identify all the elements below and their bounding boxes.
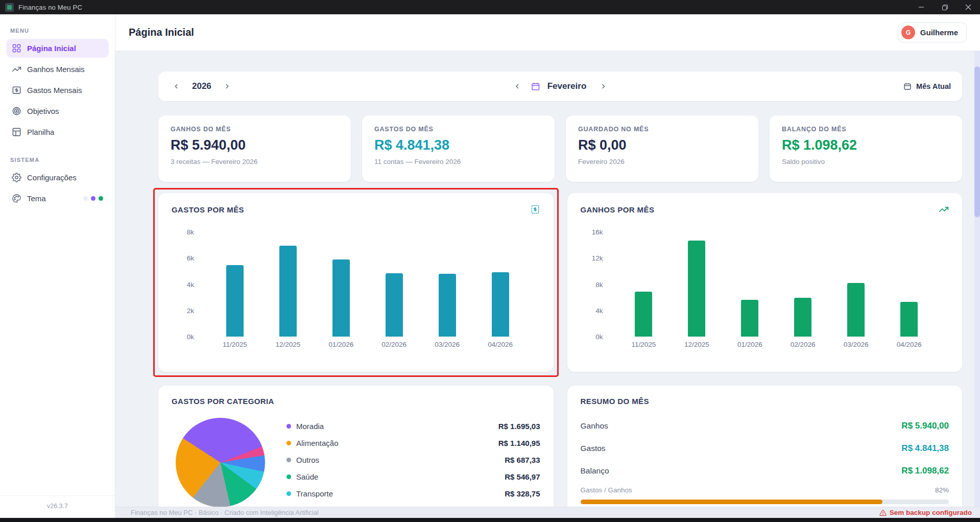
dashboard-grid-icon	[12, 43, 21, 53]
spreadsheet-icon	[12, 127, 21, 137]
user-name: Guilherme	[920, 28, 958, 37]
ratio-label: Gastos / Ganhos	[581, 486, 632, 494]
stat-card-balanco: BALANÇO DO MÊS R$ 1.098,62 Saldo positiv…	[770, 115, 962, 182]
sidebar-section-sistema: SISTEMA	[0, 157, 115, 163]
sidebar-item-label: Ganhos Mensais	[27, 65, 85, 74]
bar-slot	[776, 232, 829, 337]
stat-label: BALANÇO DO MÊS	[782, 126, 950, 133]
current-month-button[interactable]: Mês Atual	[903, 82, 951, 90]
x-tick-label: 12/2025	[261, 341, 315, 348]
restore-button[interactable]	[933, 0, 957, 14]
y-tick-label: 12k	[592, 254, 603, 262]
card-resumo-do-mes: RESUMO DO MÊS Ganhos R$ 5.940,00 Gastos …	[567, 386, 963, 514]
x-tick-label: 11/2025	[617, 341, 671, 348]
previous-month-button[interactable]	[511, 80, 524, 93]
bar-slot	[261, 232, 315, 337]
sidebar: MENU Página Inicial Ganhos Mensais	[0, 14, 115, 518]
stat-value: R$ 0,00	[578, 137, 746, 153]
chart-gastos-por-mes: GASTOS POR MÊS 8k6k4k2k0k 11/202512/2025…	[158, 193, 554, 372]
previous-year-button[interactable]	[170, 80, 183, 93]
theme-dot-green[interactable]	[99, 196, 103, 201]
sidebar-item-tema[interactable]: Tema	[6, 189, 109, 208]
close-button[interactable]	[957, 0, 980, 14]
x-tick-label: 11/2025	[208, 341, 261, 348]
backup-warning[interactable]: Sem backup configurado	[879, 509, 972, 516]
year-selector: 2026	[170, 80, 234, 93]
y-tick-label: 8k	[595, 280, 603, 288]
bars	[610, 232, 943, 337]
next-year-button[interactable]	[221, 80, 234, 93]
legend-label: Outros	[296, 456, 319, 464]
bar-slot	[368, 232, 421, 337]
sidebar-system-list: Configurações Tema	[0, 168, 115, 210]
scrollbar-track[interactable]	[974, 51, 980, 507]
target-icon	[12, 106, 21, 116]
stat-value: R$ 4.841,38	[374, 137, 542, 153]
bar-12/2025	[688, 241, 705, 337]
legend-value: R$ 1.695,03	[498, 422, 540, 431]
page-title: Página Inicial	[129, 27, 194, 38]
sidebar-item-pagina-inicial[interactable]: Página Inicial	[6, 39, 109, 58]
sidebar-menu-list: Página Inicial Ganhos Mensais Gastos Men…	[0, 39, 115, 144]
calendar-icon	[903, 82, 912, 90]
ratio-progress-fill	[581, 500, 883, 504]
trending-up-icon	[939, 204, 949, 215]
current-month-label: Mês Atual	[916, 82, 951, 90]
stat-subtext: 11 contas — Fevereiro 2026	[374, 158, 542, 165]
ratio-progress-track	[581, 500, 949, 504]
sidebar-item-label: Configurações	[27, 173, 77, 182]
resumo-value: R$ 5.940,00	[901, 421, 949, 431]
bar-02/2026	[386, 273, 403, 337]
chart-title: GASTOS POR MÊS	[172, 205, 244, 214]
bar-slot	[474, 232, 527, 337]
banknote-dollar-icon	[12, 85, 21, 95]
stat-label: GUARDADO NO MÊS	[578, 126, 746, 133]
minimize-button[interactable]	[910, 0, 933, 14]
resumo-label: Gastos	[581, 444, 606, 453]
legend-value: R$ 546,97	[505, 472, 540, 481]
next-month-button[interactable]	[596, 80, 610, 93]
scrollbar-thumb[interactable]	[974, 66, 980, 217]
content: 2026 Fevereiro	[115, 51, 980, 518]
ratio-percent: 82%	[935, 486, 949, 494]
bottom-row: GASTOS POR CATEGORIA Moradia R$ 1.695,03	[158, 386, 962, 514]
sidebar-item-planilha[interactable]: Planilha	[6, 123, 109, 141]
theme-dot-light[interactable]	[83, 196, 88, 201]
sidebar-item-objetivos[interactable]: Objetivos	[6, 102, 109, 121]
stat-subtext: 3 receitas — Fevereiro 2026	[171, 158, 339, 165]
category-pie-chart	[176, 418, 265, 507]
charts-row: GASTOS POR MÊS 8k6k4k2k0k 11/202512/2025…	[158, 193, 962, 372]
bar-01/2026	[741, 300, 758, 337]
app-version: v26.3.7	[0, 495, 115, 518]
y-tick-label: 4k	[595, 306, 603, 314]
stat-value: R$ 5.940,00	[171, 137, 339, 153]
legend-dot	[286, 474, 291, 479]
sidebar-item-configuracoes[interactable]: Configurações	[6, 168, 109, 187]
stat-label: GANHOS DO MÊS	[171, 126, 339, 133]
x-tick-label: 02/2026	[368, 341, 421, 348]
resumo-label: Ganhos	[581, 421, 608, 431]
avatar: G	[901, 26, 915, 39]
legend-dot	[286, 458, 291, 462]
sidebar-item-gastos-mensais[interactable]: Gastos Mensais	[6, 81, 109, 100]
bars	[201, 232, 534, 337]
legend-dot	[286, 424, 291, 429]
bar-03/2026	[847, 283, 865, 337]
stat-value: R$ 1.098,62	[782, 137, 950, 153]
window-controls	[910, 0, 980, 14]
user-menu-button[interactable]: G Guilherme	[898, 22, 967, 42]
bar-slot	[670, 232, 723, 337]
y-tick-label: 0k	[595, 333, 603, 341]
bar-11/2025	[226, 265, 244, 337]
bar-12/2025	[279, 246, 297, 337]
theme-dot-purple[interactable]	[91, 196, 95, 201]
sidebar-item-label: Planilha	[27, 128, 54, 136]
y-tick-label: 4k	[187, 280, 194, 288]
window-title: Finanças no Meu PC	[18, 4, 82, 11]
sidebar-item-ganhos-mensais[interactable]: Ganhos Mensais	[6, 60, 109, 79]
stat-card-ganhos: GANHOS DO MÊS R$ 5.940,00 3 receitas — F…	[158, 115, 351, 182]
x-tick-label: 03/2026	[421, 341, 474, 348]
palette-icon	[12, 194, 21, 203]
legend-label: Transporte	[296, 489, 333, 498]
legend-value: R$ 687,33	[505, 456, 540, 464]
